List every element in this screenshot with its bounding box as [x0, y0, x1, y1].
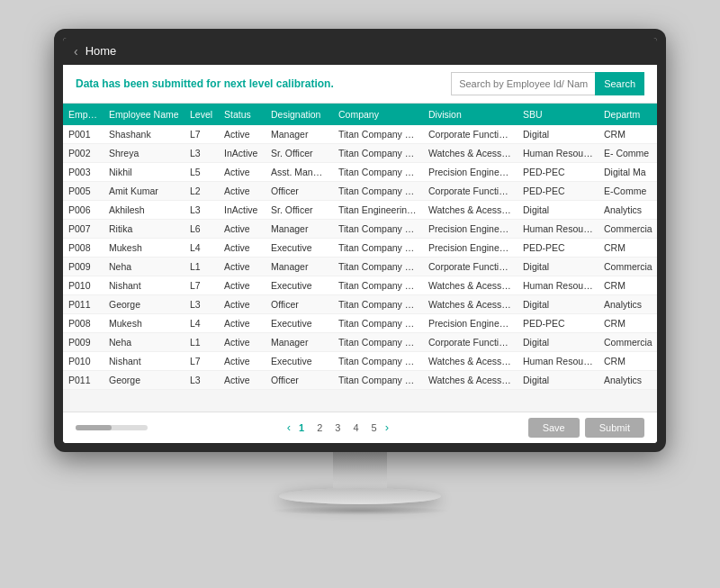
monitor-neck — [333, 452, 387, 488]
scrollbar-thumb — [76, 425, 112, 430]
app-content: Data has been submitted for next level c… — [63, 65, 657, 443]
col-header-company: Company — [333, 104, 423, 125]
table-cell: PED-PEC — [518, 162, 598, 181]
table-cell: Precision Engineering — [423, 219, 518, 238]
table-cell: L3 — [184, 294, 219, 313]
col-header-designation: Designation — [266, 104, 333, 125]
table-cell: P008 — [63, 313, 104, 332]
table-cell: CRM — [598, 313, 657, 332]
table-cell: George — [104, 370, 184, 389]
table-cell: Shreya — [104, 143, 184, 162]
table-cell: Titan Engineering and Automation ltd. — [333, 200, 423, 219]
table-cell: Nishant — [104, 351, 184, 370]
search-input[interactable] — [451, 72, 595, 95]
table-cell: Manager — [266, 125, 333, 144]
table-cell: Commercia — [598, 219, 657, 238]
save-button[interactable]: Save — [528, 418, 580, 438]
monitor-base — [279, 488, 441, 504]
table-cell: Digital Ma — [598, 162, 657, 181]
table-row: P001ShashankL7ActiveManagerTitan Company… — [63, 125, 657, 144]
scrollbar-indicator[interactable] — [76, 425, 148, 430]
table-cell: Titan Company Ltd. — [333, 181, 423, 200]
table-cell: Human Resourcing — [518, 143, 598, 162]
table-cell: P009 — [63, 332, 104, 351]
table-cell: L1 — [184, 257, 219, 276]
next-page-button[interactable]: › — [385, 421, 389, 434]
table-cell: Manager — [266, 332, 333, 351]
table-row: P003NikhilL5ActiveAsst. ManagerTitan Com… — [63, 162, 657, 181]
table-cell: L3 — [184, 143, 219, 162]
monitor-screen: ‹ Home Data has been submitted for next … — [63, 38, 657, 443]
table-cell: Mukesh — [104, 313, 184, 332]
submit-button[interactable]: Submit — [585, 418, 644, 438]
page-4[interactable]: 4 — [348, 421, 363, 435]
table-cell: P011 — [63, 294, 104, 313]
page-1[interactable]: 1 — [294, 421, 309, 435]
col-header-dept: Departm — [598, 104, 657, 125]
table-row: P010NishantL7ActiveExecutiveTitan Compan… — [63, 276, 657, 294]
table-cell: L7 — [184, 351, 219, 370]
table-cell: L7 — [184, 276, 219, 294]
page-2[interactable]: 2 — [312, 421, 327, 435]
col-header-status: Status — [219, 104, 266, 125]
table-cell: Active — [219, 276, 266, 294]
back-arrow-icon[interactable]: ‹ — [74, 44, 78, 59]
table-cell: Human Resourcing — [518, 219, 598, 238]
table-cell: Analytics — [598, 200, 657, 219]
page-3[interactable]: 3 — [330, 421, 345, 435]
notification-text: Data has been submitted for next level c… — [76, 77, 334, 90]
table-cell: Watches & Acesssories — [423, 294, 518, 313]
table-row: P009NehaL1ActiveManagerTitan Company Ltd… — [63, 257, 657, 276]
table-cell: Titan Company Ltd. — [333, 332, 423, 351]
table-row: P009NehaL1ActiveManagerTitan Company Ltd… — [63, 332, 657, 351]
monitor-shadow — [270, 506, 450, 515]
table-cell: Digital — [518, 125, 598, 144]
table-cell: L1 — [184, 332, 219, 351]
table-cell: Sr. Officer — [266, 143, 333, 162]
table-cell: Watches & Acesssories — [423, 370, 518, 389]
table-cell: Nishant — [104, 276, 184, 294]
table-cell: Manager — [266, 219, 333, 238]
table-cell: Shashank — [104, 125, 184, 144]
table-cell: E- Comme — [598, 143, 657, 162]
table-row: P008MukeshL4ActiveExecutiveTitan Company… — [63, 238, 657, 257]
table-cell: InActive — [219, 200, 266, 219]
table-cell: P003 — [63, 162, 104, 181]
page-5[interactable]: 5 — [367, 421, 382, 435]
table-cell: Titan Company Ltd. — [333, 219, 423, 238]
table-cell: Active — [219, 257, 266, 276]
table-row: P007RitikaL6ActiveManagerTitan Company L… — [63, 219, 657, 238]
table-cell: Asst. Manager — [266, 162, 333, 181]
search-button[interactable]: Search — [595, 72, 644, 95]
table-cell: Titan Company Ltd. — [333, 276, 423, 294]
table-cell: Active — [219, 238, 266, 257]
table-cell: Precision Engineering — [423, 162, 518, 181]
table-row: P002ShreyaL3InActiveSr. OfficerTitan Com… — [63, 143, 657, 162]
table-cell: Active — [219, 313, 266, 332]
table-cell: L5 — [184, 162, 219, 181]
table-cell: Titan Company Ltd. — [333, 238, 423, 257]
table-cell: Officer — [266, 294, 333, 313]
table-cell: Nikhil — [104, 162, 184, 181]
table-cell: Neha — [104, 332, 184, 351]
table-cell: P007 — [63, 219, 104, 238]
table-row: P011GeorgeL3ActiveOfficerTitan Company L… — [63, 294, 657, 313]
table-cell: Titan Company Ltd. — [333, 125, 423, 144]
table-cell: Active — [219, 294, 266, 313]
table-cell: L3 — [184, 370, 219, 389]
table-cell: Precision Engineering — [423, 238, 518, 257]
table-cell: Precision Engineering — [423, 313, 518, 332]
table-cell: Mukesh — [104, 238, 184, 257]
table-cell: L4 — [184, 238, 219, 257]
prev-page-button[interactable]: ‹ — [287, 421, 291, 434]
col-header-name: Employee Name — [104, 104, 184, 125]
table-cell: P010 — [63, 351, 104, 370]
table-row: P006AkhileshL3InActiveSr. OfficerTitan E… — [63, 200, 657, 219]
table-cell: Corporate Functions — [423, 125, 518, 144]
table-cell: Human Resourcing — [518, 351, 598, 370]
table-cell: Active — [219, 332, 266, 351]
table-cell: Titan Company Ltd. — [333, 313, 423, 332]
table-cell: P011 — [63, 370, 104, 389]
col-header-division: Division — [423, 104, 518, 125]
table-cell: CRM — [598, 351, 657, 370]
